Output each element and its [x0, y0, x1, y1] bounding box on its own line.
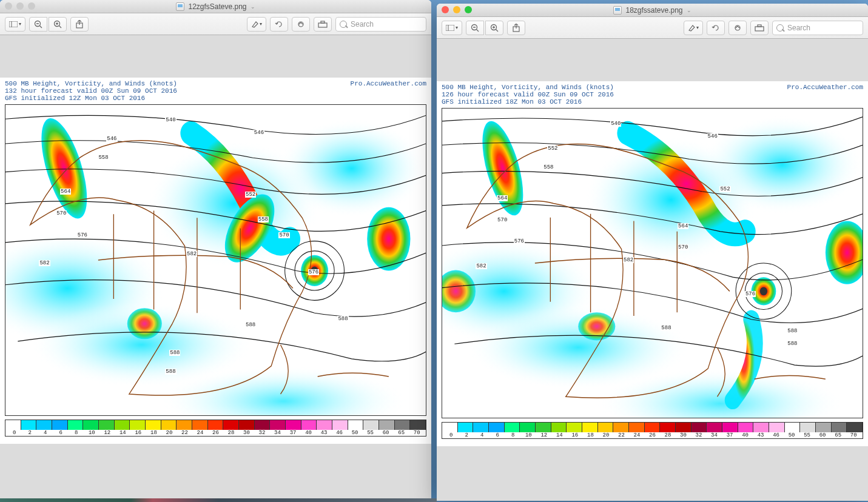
svg-rect-40: [758, 25, 761, 27]
toolbar: ▾ ▾ Search: [0, 13, 431, 35]
contour-label: 582: [39, 260, 50, 266]
zoom-out-button[interactable]: [466, 21, 484, 35]
minimize-icon[interactable]: [16, 2, 24, 10]
contour-label: 558: [258, 216, 269, 223]
preview-window-right: 18zgfssateve.png ⌄ ▾ ▾ Search 500 MB Hei…: [437, 4, 868, 501]
contour-label: 552: [719, 186, 730, 192]
contour-label: 546: [707, 133, 718, 139]
content-area: 500 MB Height, Vorticity, and Winds (kno…: [0, 35, 431, 498]
image-display[interactable]: 500 MB Height, Vorticity, and Winds (kno…: [437, 81, 868, 446]
maximize-icon[interactable]: [465, 6, 472, 13]
svg-point-51: [760, 287, 767, 295]
contour-label: 570: [278, 232, 289, 238]
contour-label: 582: [623, 257, 634, 263]
chart-source: Pro.AccuWeather.com: [787, 84, 863, 91]
markup-button[interactable]: [292, 17, 310, 32]
chart-valid-time: 126 hour forecast valid 00Z Sun 09 OCT 2…: [442, 91, 863, 98]
contour-label: 546: [106, 136, 117, 142]
contour-label: 588: [337, 316, 348, 322]
dock-peek: [0, 498, 437, 502]
contour-label: 546: [254, 130, 264, 136]
chart-valid-time: 132 hour forecast valid 00Z Sun 09 OCT 2…: [5, 87, 426, 95]
contour-label: 558: [543, 164, 554, 170]
chevron-down-icon[interactable]: ⌄: [251, 4, 255, 10]
markup-button[interactable]: [728, 21, 747, 35]
preview-window-left: 12zgfsSateve.png ⌄ ▾ ▾ Search 500 MB Hei…: [0, 0, 431, 498]
search-placeholder: Search: [351, 20, 374, 28]
maximize-icon[interactable]: [28, 2, 35, 10]
toolbar: ▾ ▾ Search: [437, 17, 868, 39]
chart-source: Pro.AccuWeather.com: [351, 80, 426, 87]
share-button[interactable]: [70, 17, 89, 32]
contour-label: 540: [610, 121, 621, 127]
svg-point-47: [474, 116, 531, 221]
contour-label: 570: [56, 210, 67, 216]
close-icon[interactable]: [5, 2, 12, 10]
sidebar-toggle-button[interactable]: ▾: [5, 17, 25, 32]
contour-label: 588: [169, 350, 180, 356]
window-titlebar[interactable]: 18zgfssateve.png ⌄: [437, 4, 868, 17]
search-input[interactable]: Search: [335, 17, 426, 32]
sidebar-toggle-button[interactable]: ▾: [442, 21, 462, 35]
contour-label: 576: [308, 269, 319, 275]
chart-title: 500 MB Height, Vorticity, and Winds (kno…: [442, 84, 614, 91]
svg-rect-13: [321, 21, 325, 23]
contour-label: 588: [661, 325, 671, 331]
contour-label: 576: [77, 232, 88, 238]
window-title: 18zgfssateve.png: [625, 6, 682, 15]
svg-line-35: [496, 29, 498, 32]
svg-line-4: [39, 25, 42, 28]
zoom-out-button[interactable]: [29, 17, 47, 32]
contour-label: 576: [514, 238, 525, 244]
weather-map: 540 546 552 552 558 564 570 576 582 582 …: [442, 108, 863, 418]
contour-label: 570: [497, 217, 508, 223]
toolbox-button[interactable]: [750, 21, 769, 35]
file-icon: [613, 6, 622, 15]
minimize-icon[interactable]: [453, 6, 460, 13]
contour-label: 558: [98, 155, 109, 161]
contour-label: 588: [787, 328, 798, 334]
weather-map: 540 546 546 558 552 564 570 576 582 582 …: [5, 104, 426, 416]
highlight-button[interactable]: ▾: [684, 21, 703, 35]
chart-title: 500 MB Height, Vorticity, and Winds (kno…: [5, 80, 177, 87]
contour-label: 576: [745, 291, 756, 297]
contour-label: 540: [165, 117, 176, 123]
svg-rect-12: [318, 23, 327, 27]
chart-init-time: GFS initialized 18Z Mon 03 OCT 2016: [442, 98, 863, 105]
contour-label: 552: [547, 146, 558, 152]
contour-label: 588: [787, 341, 798, 347]
window-title: 12zgfsSateve.png: [188, 2, 246, 11]
zoom-in-button[interactable]: [49, 17, 67, 32]
search-placeholder: Search: [787, 24, 810, 32]
share-button[interactable]: [507, 21, 525, 35]
svg-point-22: [127, 308, 162, 339]
chevron-down-icon[interactable]: ⌄: [687, 7, 691, 13]
svg-line-31: [476, 29, 479, 32]
contour-label: 570: [678, 244, 688, 250]
contour-label: 564: [678, 223, 688, 229]
color-legend: 0246810121416182022242628303234374043465…: [442, 422, 863, 439]
rotate-button[interactable]: [707, 21, 725, 35]
contour-label: 588: [165, 369, 176, 375]
highlight-button[interactable]: ▾: [247, 17, 266, 32]
svg-line-8: [59, 25, 61, 28]
color-legend: 0246810121416182022242628303234374043465…: [5, 420, 426, 437]
svg-point-48: [826, 221, 863, 284]
window-titlebar[interactable]: 12zgfsSateve.png ⌄: [0, 0, 431, 13]
svg-point-19: [32, 112, 96, 225]
close-icon[interactable]: [442, 6, 449, 13]
content-area: 500 MB Height, Vorticity, and Winds (kno…: [437, 39, 868, 501]
contour-label: 582: [186, 251, 197, 257]
contour-label: 564: [497, 195, 508, 201]
contour-label: 552: [245, 192, 256, 198]
rotate-button[interactable]: [270, 17, 288, 32]
svg-rect-0: [9, 21, 18, 27]
contour-label: 588: [245, 322, 256, 328]
svg-rect-27: [446, 25, 454, 31]
image-display[interactable]: 500 MB Height, Vorticity, and Winds (kno…: [0, 78, 431, 444]
svg-rect-39: [755, 27, 764, 31]
search-input[interactable]: Search: [772, 21, 863, 35]
chart-init-time: GFS initialized 12Z Mon 03 OCT 2016: [5, 95, 426, 102]
toolbox-button[interactable]: [314, 17, 332, 32]
zoom-in-button[interactable]: [485, 21, 503, 35]
